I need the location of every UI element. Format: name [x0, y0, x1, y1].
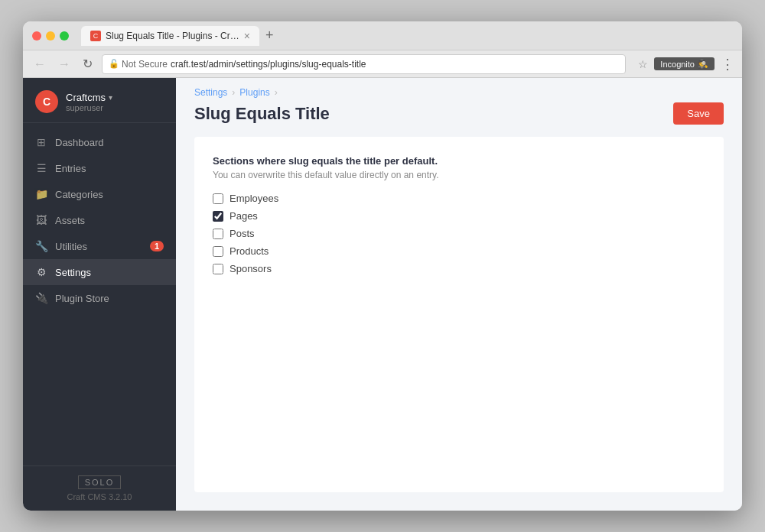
address-box[interactable]: 🔓 Not Secure craft.test/admin/settings/p…	[102, 54, 626, 74]
sidebar-item-entries[interactable]: ☰ Entries	[23, 155, 176, 181]
craft-version: Craft CMS 3.2.10	[67, 492, 132, 501]
sidebar-item-assets[interactable]: 🖼 Assets	[23, 207, 176, 233]
section-heading: Sections where slug equals the title per…	[213, 155, 705, 167]
back-button[interactable]: ←	[31, 56, 49, 73]
puzzle-icon: 🔌	[35, 292, 47, 304]
breadcrumb-separator: ›	[232, 87, 235, 98]
checkbox-item-products[interactable]: Products	[213, 245, 705, 257]
sidebar-nav: ⊞ Dashboard ☰ Entries 📁 Categories 🖼 Ass…	[23, 123, 176, 466]
refresh-button[interactable]: ↻	[80, 55, 96, 73]
tab-favicon: C	[90, 31, 101, 41]
user-role: superuser	[66, 103, 112, 112]
bookmark-icon[interactable]: ☆	[638, 58, 648, 70]
utilities-badge: 1	[150, 241, 164, 251]
site-name[interactable]: Craftcms ▾	[66, 92, 112, 103]
content-panel: Sections where slug equals the title per…	[194, 137, 724, 492]
page-title: Slug Equals Title	[194, 104, 330, 124]
site-info: Craftcms ▾ superuser	[66, 92, 112, 112]
active-tab[interactable]: C Slug Equals Title - Plugins - Cr… ×	[81, 26, 259, 46]
sidebar-item-dashboard[interactable]: ⊞ Dashboard	[23, 129, 176, 155]
minimize-button[interactable]	[46, 31, 55, 41]
sidebar-item-label: Utilities	[55, 241, 87, 252]
url-display: craft.test/admin/settings/plugins/slug-e…	[171, 59, 366, 70]
wrench-icon: 🔧	[35, 240, 47, 252]
save-button[interactable]: Save	[673, 102, 724, 125]
tab-bar: C Slug Equals Title - Plugins - Cr… × +	[81, 26, 733, 46]
checkbox-label-employees: Employees	[230, 193, 278, 204]
checkbox-label-sponsors: Sponsors	[230, 263, 272, 274]
avatar: C	[35, 90, 58, 113]
maximize-button[interactable]	[60, 31, 69, 41]
grid-icon: ⊞	[35, 136, 47, 148]
sidebar-header: C Craftcms ▾ superuser	[23, 78, 176, 123]
sidebar-item-label: Settings	[55, 267, 91, 278]
lock-icon: 🔓	[109, 59, 119, 69]
incognito-icon: 🕵	[698, 59, 708, 69]
checkbox-sponsors[interactable]	[213, 264, 223, 274]
checkbox-item-employees[interactable]: Employees	[213, 193, 705, 204]
security-indicator: 🔓 Not Secure	[109, 59, 168, 70]
sidebar-footer: SOLO Craft CMS 3.2.10	[23, 466, 176, 511]
traffic-lights	[32, 31, 69, 41]
sidebar-item-label: Entries	[55, 163, 86, 174]
page-header: Slug Equals Title Save	[176, 98, 742, 137]
chevron-down-icon: ▾	[109, 93, 112, 102]
breadcrumb-separator-2: ›	[275, 87, 278, 98]
main-content: Settings › Plugins › Slug Equals Title S…	[176, 78, 742, 511]
sidebar-item-settings[interactable]: ⚙ Settings	[23, 259, 176, 285]
app-content: C Craftcms ▾ superuser ⊞ Dashboard ☰ Ent…	[23, 78, 742, 511]
tab-close-button[interactable]: ×	[244, 30, 250, 42]
sidebar-item-utilities[interactable]: 🔧 Utilities 1	[23, 233, 176, 259]
incognito-label: Incognito	[660, 60, 695, 69]
folder-icon: 📁	[35, 188, 47, 200]
file-icon: ☰	[35, 162, 47, 174]
sidebar-item-plugin-store[interactable]: 🔌 Plugin Store	[23, 285, 176, 311]
browser-titlebar: C Slug Equals Title - Plugins - Cr… × +	[23, 21, 742, 50]
gear-icon: ⚙	[35, 266, 47, 278]
checkbox-label-pages: Pages	[230, 210, 258, 222]
forward-button[interactable]: →	[55, 56, 73, 73]
checkbox-pages[interactable]	[213, 211, 223, 222]
browser-menu-button[interactable]: ⋮	[721, 56, 734, 73]
checkbox-label-products: Products	[230, 245, 269, 257]
sidebar-item-label: Categories	[55, 189, 103, 200]
checkbox-item-pages[interactable]: Pages	[213, 210, 705, 222]
checkbox-employees[interactable]	[213, 193, 223, 204]
tab-title: Slug Equals Title - Plugins - Cr…	[106, 31, 239, 41]
checkbox-item-sponsors[interactable]: Sponsors	[213, 263, 705, 274]
sidebar-item-label: Dashboard	[55, 137, 104, 148]
sidebar-item-categories[interactable]: 📁 Categories	[23, 181, 176, 207]
image-icon: 🖼	[35, 214, 47, 226]
sidebar: C Craftcms ▾ superuser ⊞ Dashboard ☰ Ent…	[23, 78, 176, 511]
browser-addressbar: ← → ↻ 🔓 Not Secure craft.test/admin/sett…	[23, 50, 742, 78]
checkbox-item-posts[interactable]: Posts	[213, 228, 705, 239]
section-subtext: You can overwrite this default value dir…	[213, 170, 705, 180]
close-button[interactable]	[32, 31, 41, 41]
checkbox-posts[interactable]	[213, 229, 223, 239]
not-secure-label: Not Secure	[122, 59, 168, 70]
breadcrumb-plugins[interactable]: Plugins	[239, 87, 269, 98]
browser-window: C Slug Equals Title - Plugins - Cr… × + …	[23, 21, 742, 511]
sidebar-item-label: Assets	[55, 215, 85, 226]
incognito-badge: Incognito 🕵	[654, 57, 715, 70]
solo-badge: SOLO	[78, 475, 122, 489]
sidebar-item-label: Plugin Store	[55, 293, 109, 304]
new-tab-button[interactable]: +	[262, 28, 277, 44]
checkbox-list: Employees Pages Posts Products	[213, 193, 705, 274]
breadcrumb: Settings › Plugins ›	[176, 78, 742, 98]
checkbox-label-posts: Posts	[230, 228, 255, 239]
checkbox-products[interactable]	[213, 246, 223, 257]
address-bar-actions: ☆ Incognito 🕵 ⋮	[638, 56, 734, 73]
breadcrumb-settings[interactable]: Settings	[194, 87, 227, 98]
